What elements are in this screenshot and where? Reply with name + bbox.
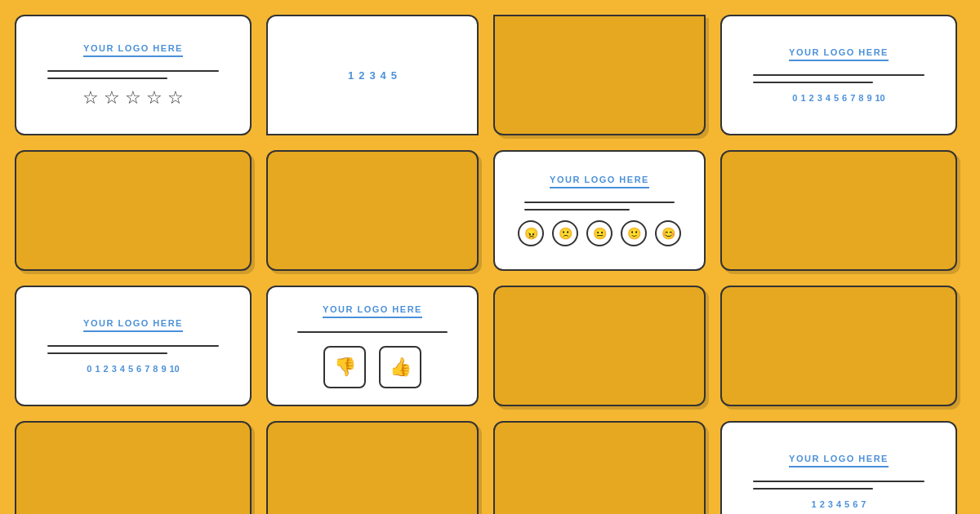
line-2 [753, 488, 872, 490]
n3: 3 [817, 93, 822, 103]
n8: 8 [858, 93, 863, 103]
star-3: ☆ [125, 89, 141, 107]
n1: 1 [800, 93, 805, 103]
line-1 [47, 345, 218, 347]
nps-1-5-card: 1 2 3 4 5 [266, 15, 479, 135]
n6: 6 [842, 93, 847, 103]
yellow-card-r1c3 [493, 15, 706, 135]
line-1 [297, 331, 448, 333]
thumbs-up-icon: 👍 [390, 357, 412, 378]
thumbs-down-box: 👎 [323, 346, 366, 388]
nps-0-10-row: 0 1 2 3 4 5 6 7 8 9 10 [792, 93, 885, 103]
yellow-card-r4c1 [15, 421, 252, 514]
nps-partial-numbers: 1 2 3 4 5 6 7 [812, 499, 866, 509]
line-2 [47, 78, 167, 79]
star-2: ☆ [104, 89, 120, 107]
text-lines-r3c2 [297, 331, 448, 333]
n9: 9 [866, 93, 871, 103]
thumbs-row: 👎 👍 [323, 346, 421, 388]
star-rating-card: YOUR LOGO HERE ☆ ☆ ☆ ☆ ☆ [15, 15, 252, 135]
emoji-very-happy: 😊 [655, 220, 681, 246]
num-1: 1 [348, 69, 354, 82]
emoji-neutral: 😐 [586, 220, 612, 246]
logo-text-r2c3: YOUR LOGO HERE [550, 175, 649, 188]
yellow-card-r3c4 [720, 286, 957, 406]
n4: 4 [826, 93, 831, 103]
nps-partial-r3c1: YOUR LOGO HERE 0 1 2 3 4 5 6 7 8 9 10 [15, 286, 252, 406]
nps-numbers-row: 1 2 3 4 5 [348, 69, 397, 82]
line-1 [753, 481, 924, 482]
text-lines-r4c4 [753, 481, 924, 490]
n7: 7 [850, 93, 855, 103]
text-lines [47, 70, 218, 79]
text-lines-r1c4 [753, 74, 924, 83]
yellow-card-r3c3 [493, 286, 706, 406]
n10: 10 [875, 93, 885, 103]
n2: 2 [809, 93, 814, 103]
num-4: 4 [381, 69, 386, 82]
num-2: 2 [359, 69, 364, 82]
thumbs-down-icon: 👎 [334, 357, 356, 378]
line-2 [753, 82, 872, 83]
logo-text-r1c4: YOUR LOGO HERE [789, 47, 889, 61]
n5: 5 [834, 93, 839, 103]
nps-partial-r4c4: YOUR LOGO HERE 1 2 3 4 5 6 7 [720, 421, 957, 514]
thumbs-up-box: 👍 [379, 346, 421, 388]
emoji-happy: 🙂 [621, 220, 647, 246]
star-rating-row: ☆ ☆ ☆ ☆ ☆ [82, 89, 184, 107]
emoji-angry: 😠 [518, 220, 544, 246]
line-2 [524, 209, 630, 210]
logo-text-r3c2: YOUR LOGO HERE [323, 304, 422, 318]
n0: 0 [792, 93, 797, 103]
nps-0-10-card: YOUR LOGO HERE 0 1 2 3 4 5 6 7 8 9 10 [720, 15, 957, 135]
emoji-sad: 🙁 [552, 220, 578, 246]
text-lines-r3c1 [47, 345, 218, 354]
star-1: ☆ [82, 89, 99, 107]
logo-text: YOUR LOGO HERE [83, 43, 183, 57]
thumbs-rating-card: YOUR LOGO HERE 👎 👍 [266, 286, 479, 406]
logo-text-r4c4: YOUR LOGO HERE [789, 454, 889, 467]
line-1 [753, 74, 924, 76]
yellow-card-r2c4 [720, 150, 957, 271]
logo-text-r3c1: YOUR LOGO HERE [83, 318, 183, 332]
nps-numbers-r3c1: 0 1 2 3 4 5 6 7 8 9 10 [87, 364, 180, 374]
line-1 [47, 70, 218, 72]
yellow-card-r4c2 [266, 421, 479, 514]
emoji-rating-card: YOUR LOGO HERE 😠 🙁 😐 🙂 😊 [493, 150, 706, 271]
yellow-card-r2c1 [15, 150, 252, 271]
line-2 [47, 352, 167, 354]
yellow-card-r2c2 [266, 150, 479, 271]
yellow-card-r4c3 [493, 421, 706, 514]
main-grid: YOUR LOGO HERE ☆ ☆ ☆ ☆ ☆ 1 2 3 4 5 [0, 0, 980, 514]
num-3: 3 [369, 69, 375, 82]
star-4: ☆ [146, 89, 163, 107]
num-5: 5 [391, 69, 397, 82]
star-5: ☆ [167, 89, 184, 107]
line-1 [524, 202, 675, 203]
text-lines-r2c3 [524, 202, 675, 210]
emoji-row: 😠 🙁 😐 🙂 😊 [518, 220, 681, 246]
